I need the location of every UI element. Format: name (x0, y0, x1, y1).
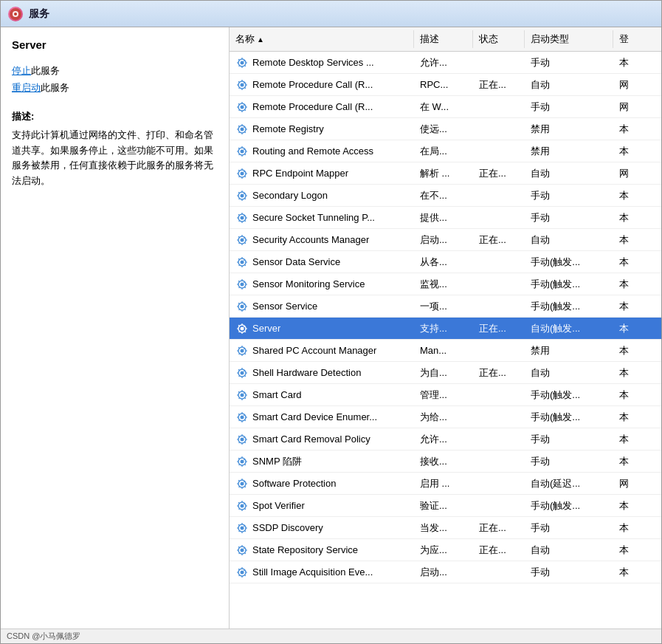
service-gear-icon (235, 300, 249, 313)
svg-point-30 (241, 349, 244, 352)
table-row[interactable]: Software Protection启用 ...自动(延迟...网 (230, 473, 661, 495)
service-logon-cell: 本 (613, 561, 643, 583)
table-row[interactable]: RPC Endpoint Mapper解析 ...正在...自动网 (230, 162, 661, 185)
service-desc-cell: 使远... (414, 118, 473, 140)
service-desc-cell: 在 W... (414, 96, 473, 117)
table-row[interactable]: Smart Card管理...手动(触发...本 (230, 384, 661, 406)
watermark-text: CSDN @小马佩德罗 (7, 631, 80, 642)
service-gear-icon (235, 233, 249, 247)
service-status-cell (473, 52, 525, 73)
service-status-cell (473, 561, 525, 583)
service-gear-icon (235, 344, 249, 357)
service-status-cell (473, 340, 525, 361)
service-gear-icon (235, 499, 249, 513)
col-header-startup[interactable]: 启动类型 (525, 30, 613, 48)
service-name-cell: Smart Card Removal Policy (230, 428, 414, 450)
service-name-cell: Remote Desktop Services ... (230, 52, 414, 73)
service-gear-icon (235, 366, 249, 380)
table-row[interactable]: SNMP 陷阱接收...手动本 (230, 451, 661, 473)
service-gear-icon (235, 211, 249, 225)
service-name-cell: Server (230, 318, 414, 339)
table-row[interactable]: Remote Procedure Call (R...RPC...正在...自动… (230, 74, 661, 96)
table-row[interactable]: SSDP Discovery当发...正在...手动本 (230, 517, 661, 539)
table-row[interactable]: Server支持...正在...自动(触发...本 (230, 318, 661, 340)
service-status-cell (473, 185, 525, 206)
service-name-cell: State Repository Service (230, 539, 414, 561)
service-name-cell: Smart Card Device Enumer... (230, 406, 414, 428)
service-desc-cell: 从各... (414, 251, 473, 273)
col-header-status[interactable]: 状态 (473, 30, 525, 48)
service-startup-cell: 禁用 (525, 118, 613, 140)
service-table-body[interactable]: Remote Desktop Services ...允许...手动本 Remo… (230, 52, 661, 628)
table-row[interactable]: Shell Hardware Detection为自...正在...自动本 (230, 362, 661, 384)
service-gear-icon (235, 322, 249, 335)
table-row[interactable]: Still Image Acquisition Eve...启动...手动本 (230, 561, 661, 583)
service-logon-cell: 本 (613, 273, 643, 295)
table-row[interactable]: Sensor Service一项...手动(触发...本 (230, 295, 661, 318)
table-row[interactable]: State Repository Service为应...正在...自动本 (230, 539, 661, 561)
service-name-cell: RPC Endpoint Mapper (230, 162, 414, 184)
table-row[interactable]: Secondary Logon在不...手动本 (230, 185, 661, 207)
table-row[interactable]: Spot Verifier验证...手动(触发...本 (230, 495, 661, 517)
window-title: 服务 (29, 7, 49, 21)
col-header-logon[interactable]: 登 (613, 30, 643, 48)
table-row[interactable]: Sensor Monitoring Service监视...手动(触发...本 (230, 273, 661, 295)
svg-point-50 (241, 570, 244, 574)
service-gear-icon (235, 78, 249, 92)
svg-point-26 (241, 304, 244, 308)
stop-action-line: 停止此服务 (12, 62, 218, 79)
table-row[interactable]: Shared PC Account ManagerMan...禁用本 (230, 340, 661, 362)
service-logon-cell: 本 (613, 52, 643, 73)
service-desc-cell: 为给... (414, 406, 473, 428)
service-startup-cell: 手动 (525, 52, 613, 73)
table-row[interactable]: Sensor Data Service从各...手动(触发...本 (230, 251, 661, 273)
service-desc-cell: 允许... (414, 52, 473, 73)
service-startup-cell: 手动 (525, 561, 613, 583)
table-row[interactable]: Secure Socket Tunneling P...提供...手动本 (230, 207, 661, 229)
table-row[interactable]: Remote Procedure Call (R...在 W...手动网 (230, 96, 661, 118)
svg-point-18 (241, 216, 244, 219)
stop-service-link[interactable]: 停止 (12, 65, 31, 76)
service-desc-cell: 允许... (414, 428, 473, 450)
service-startup-cell: 手动 (525, 451, 613, 472)
service-logon-cell: 网 (613, 74, 643, 95)
service-name-cell: Sensor Service (230, 295, 414, 317)
svg-point-28 (241, 326, 244, 330)
service-status-cell (473, 428, 525, 450)
service-gear-icon (235, 167, 249, 180)
svg-point-24 (241, 282, 244, 286)
service-status-cell (473, 473, 525, 494)
service-name-heading: Server (12, 38, 218, 51)
service-logon-cell: 本 (613, 406, 643, 428)
service-logon-cell: 本 (613, 207, 643, 228)
col-header-name[interactable]: 名称 ▲ (230, 30, 414, 48)
table-row[interactable]: Smart Card Device Enumer...为给...手动(触发...… (230, 406, 661, 428)
service-gear-icon (235, 256, 249, 269)
service-status-cell: 正在... (473, 229, 525, 250)
service-name-cell: Shared PC Account Manager (230, 340, 414, 361)
service-desc-cell: 为自... (414, 362, 473, 383)
sort-arrow-icon: ▲ (257, 35, 264, 44)
table-row[interactable]: Routing and Remote Access在局...禁用本 (230, 140, 661, 162)
table-row[interactable]: Remote Registry使远...禁用本 (230, 118, 661, 140)
restart-service-link[interactable]: 重启动 (12, 82, 41, 93)
svg-point-6 (241, 83, 244, 86)
service-desc-cell: 解析 ... (414, 162, 473, 184)
restart-service-text: 此服务 (41, 82, 69, 93)
svg-point-42 (241, 482, 244, 485)
service-startup-cell: 手动(触发... (525, 251, 613, 273)
service-startup-cell: 手动 (525, 207, 613, 228)
service-gear-icon (235, 189, 249, 202)
service-status-cell (473, 406, 525, 428)
table-row[interactable]: Remote Desktop Services ...允许...手动本 (230, 52, 661, 74)
service-desc-cell: Man... (414, 340, 473, 361)
service-startup-cell: 自动(触发... (525, 318, 613, 339)
col-header-desc[interactable]: 描述 (414, 30, 473, 48)
service-desc-cell: 支持... (414, 318, 473, 339)
service-name-cell: SNMP 陷阱 (230, 451, 414, 472)
table-row[interactable]: Security Accounts Manager启动...正在...自动本 (230, 229, 661, 251)
svg-point-48 (241, 548, 244, 552)
service-status-cell: 正在... (473, 162, 525, 184)
service-logon-cell: 本 (613, 451, 643, 472)
table-row[interactable]: Smart Card Removal Policy允许...手动本 (230, 428, 661, 451)
